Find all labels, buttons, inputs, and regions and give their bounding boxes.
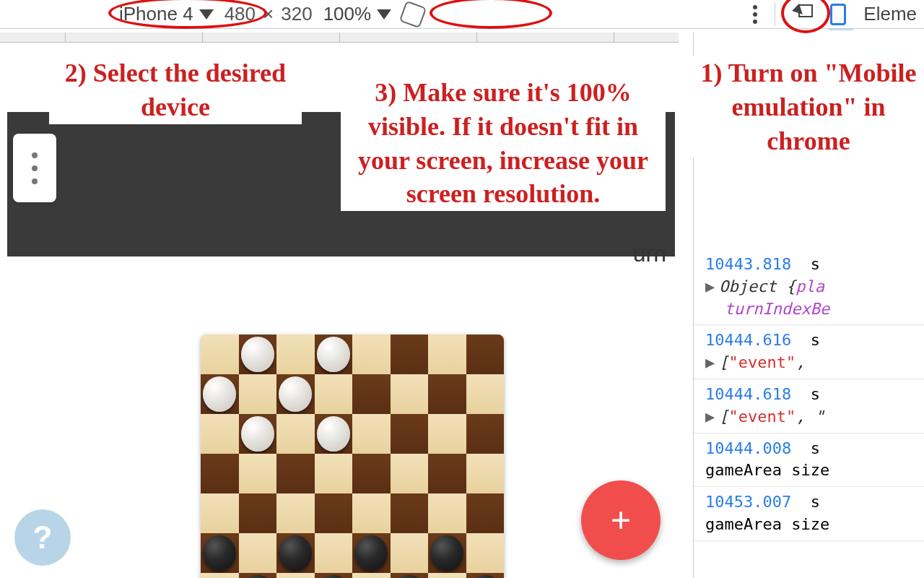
inspect-element-icon[interactable] bbox=[793, 4, 813, 25]
black-piece[interactable] bbox=[279, 535, 312, 570]
kebab-menu-icon[interactable] bbox=[753, 5, 757, 24]
log-time: 10444.616 bbox=[705, 331, 791, 349]
device-toolbar: iPhone 4 480 × 320 100% Eleme bbox=[0, 0, 924, 29]
mobile-emulation-icon[interactable] bbox=[830, 4, 846, 25]
white-piece[interactable] bbox=[317, 416, 350, 451]
annotation-2: 2) Select the desired device bbox=[49, 56, 302, 124]
annotation-3: 3) Make sure it's 100% visible. If it do… bbox=[341, 76, 666, 211]
log-object: Object { bbox=[719, 277, 796, 296]
plus-icon: + bbox=[611, 503, 631, 538]
log-text: gameArea size bbox=[705, 515, 829, 533]
rotate-icon[interactable] bbox=[399, 0, 427, 27]
help-icon: ? bbox=[33, 519, 53, 556]
annotation-1: 1) Turn on "Mobile emulation" in chrome bbox=[693, 56, 924, 158]
chevron-down-icon bbox=[199, 9, 214, 20]
white-piece[interactable] bbox=[241, 416, 274, 451]
separator bbox=[775, 3, 775, 26]
console-log[interactable]: 10444.618 s ▶["event", " bbox=[694, 379, 924, 434]
white-piece[interactable] bbox=[241, 337, 274, 371]
white-piece[interactable] bbox=[317, 337, 350, 371]
log-time: 10444.008 bbox=[705, 439, 791, 457]
expand-arrow-icon[interactable]: ▶ bbox=[705, 277, 715, 296]
console-log[interactable]: 10443.818 s ▶Object {pla turnIndexBe bbox=[694, 249, 924, 325]
black-piece[interactable] bbox=[430, 535, 463, 570]
log-text: gameArea size bbox=[705, 461, 829, 479]
black-piece[interactable] bbox=[468, 575, 502, 578]
black-piece[interactable] bbox=[203, 535, 236, 570]
zoom-value: 100% bbox=[323, 3, 372, 25]
console-log[interactable]: 10453.007 s gameArea size bbox=[694, 487, 924, 541]
zoom-selector[interactable]: 100% bbox=[323, 3, 392, 25]
chevron-down-icon bbox=[377, 9, 391, 20]
checkers-board[interactable] bbox=[201, 335, 504, 578]
height-value[interactable]: 320 bbox=[281, 3, 312, 25]
menu-button[interactable] bbox=[13, 134, 56, 202]
console-log[interactable]: 10444.008 s gameArea size bbox=[694, 434, 924, 488]
black-piece[interactable] bbox=[241, 575, 274, 578]
help-fab[interactable]: ? bbox=[14, 509, 71, 566]
expand-arrow-icon[interactable]: ▶ bbox=[705, 407, 715, 426]
device-selector[interactable]: iPhone 4 bbox=[119, 3, 214, 25]
white-piece[interactable] bbox=[203, 376, 236, 411]
elements-tab[interactable]: Eleme bbox=[863, 3, 917, 25]
console-log[interactable]: 10444.616 s ▶["event", bbox=[694, 325, 924, 379]
add-fab[interactable]: + bbox=[581, 480, 661, 560]
black-piece[interactable] bbox=[393, 575, 426, 578]
ruler-horizontal bbox=[0, 33, 679, 43]
black-piece[interactable] bbox=[354, 535, 388, 570]
turn-label-fragment: urn bbox=[624, 236, 675, 272]
width-value[interactable]: 480 bbox=[225, 3, 256, 25]
times-symbol: × bbox=[263, 3, 274, 25]
log-time: 10453.007 bbox=[705, 493, 791, 511]
black-piece[interactable] bbox=[317, 575, 350, 578]
expand-arrow-icon[interactable]: ▶ bbox=[705, 353, 715, 371]
log-time: 10443.818 bbox=[705, 255, 791, 273]
dimensions: 480 × 320 bbox=[225, 3, 313, 25]
log-time: 10444.618 bbox=[705, 385, 791, 403]
device-name: iPhone 4 bbox=[119, 3, 193, 25]
white-piece[interactable] bbox=[279, 376, 312, 411]
